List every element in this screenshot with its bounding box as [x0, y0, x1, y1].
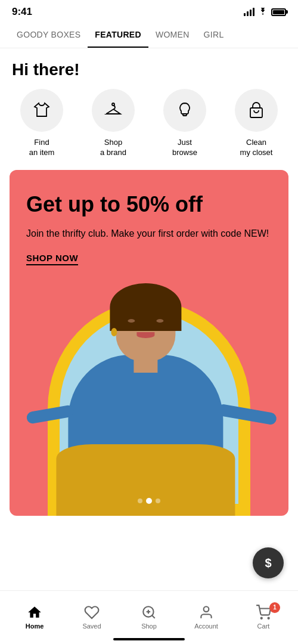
top-nav: GOODY BOXES FEATURED WOMEN GIRL [0, 21, 298, 48]
bottom-nav-saved[interactable]: Saved [63, 600, 120, 630]
home-icon [27, 605, 42, 620]
just-browse-label: Justbrowse [172, 138, 197, 158]
category-shop-brand[interactable]: Shopa brand [77, 89, 149, 158]
promo-subtitle: Join the thrifty club. Make your first o… [26, 227, 272, 241]
promo-title: Get up to 50% off [26, 191, 272, 217]
signal-icon [244, 8, 254, 16]
battery-icon [271, 8, 286, 16]
home-label: Home [26, 623, 44, 630]
status-time: 9:41 [12, 6, 32, 18]
category-just-browse[interactable]: Justbrowse [149, 89, 221, 158]
dot-3 [156, 499, 160, 503]
dollar-fab-button[interactable]: $ [253, 547, 284, 578]
head [116, 295, 175, 361]
status-bar: 9:41 [0, 0, 298, 21]
cart-badge: 1 [269, 602, 280, 613]
clean-closet-icon-wrap [235, 89, 278, 132]
bag-icon [247, 101, 266, 120]
find-item-label: Findan item [29, 138, 55, 158]
svg-point-6 [204, 606, 209, 612]
account-label: Account [194, 623, 218, 630]
svg-point-0 [112, 103, 114, 106]
hanger-icon [104, 101, 123, 120]
shop-label: Shop [141, 623, 157, 630]
promo-banner: Get up to 50% off Join the thrifty club.… [10, 170, 288, 516]
smile [136, 332, 154, 338]
account-icon [198, 605, 214, 620]
person-figure [62, 295, 229, 516]
cart-badge-count: 1 [273, 604, 277, 611]
categories: Findan item Shopa brand Justbrowse [0, 89, 298, 170]
bottom-nav-home[interactable]: Home [6, 600, 63, 630]
shop-brand-icon-wrap [92, 89, 135, 132]
heart-icon [84, 605, 100, 620]
nav-item-featured[interactable]: FEATURED [88, 21, 148, 48]
cart-label: Cart [257, 623, 270, 630]
svg-point-7 [261, 617, 262, 618]
bottom-indicator [113, 638, 185, 640]
tshirt-icon [32, 101, 51, 120]
carousel-dots [138, 499, 160, 504]
wifi-icon [258, 7, 268, 17]
shop-now-button[interactable]: SHOP NOW [26, 253, 78, 265]
promo-image-area [10, 277, 288, 516]
bottom-nav-shop[interactable]: Shop [120, 600, 178, 630]
bottom-nav-cart[interactable]: 1 Cart [235, 600, 292, 630]
greeting-text: Hi there! [12, 60, 286, 79]
nav-item-girls[interactable]: GIRL [197, 21, 231, 48]
status-icons [244, 7, 286, 17]
dollar-symbol: $ [265, 556, 271, 570]
dot-1 [138, 499, 142, 503]
promo-text: Get up to 50% off Join the thrifty club.… [10, 170, 288, 277]
bottom-nav: Home Saved Shop Account 1 [0, 590, 298, 644]
svg-line-3 [152, 615, 155, 618]
left-eye [128, 319, 135, 323]
category-clean-closet[interactable]: Cleanmy closet [221, 89, 292, 158]
nav-item-women[interactable]: WOMEN [148, 21, 197, 48]
saved-label: Saved [82, 623, 101, 630]
hair [110, 283, 181, 331]
left-earring [111, 328, 117, 336]
shop-icon [141, 605, 157, 620]
shop-brand-label: Shopa brand [100, 138, 126, 158]
category-find-item[interactable]: Findan item [6, 89, 77, 158]
lightbulb-icon [175, 101, 194, 120]
clean-closet-label: Cleanmy closet [240, 138, 273, 158]
skirt [56, 444, 235, 516]
svg-point-8 [268, 617, 269, 618]
just-browse-icon-wrap [163, 89, 206, 132]
find-item-icon-wrap [20, 89, 63, 132]
right-eye [156, 319, 163, 323]
bottom-nav-account[interactable]: Account [178, 600, 235, 630]
dot-2-active [146, 498, 152, 504]
greeting: Hi there! [0, 48, 298, 89]
nav-item-goody-boxes[interactable]: GOODY BOXES [10, 21, 88, 48]
